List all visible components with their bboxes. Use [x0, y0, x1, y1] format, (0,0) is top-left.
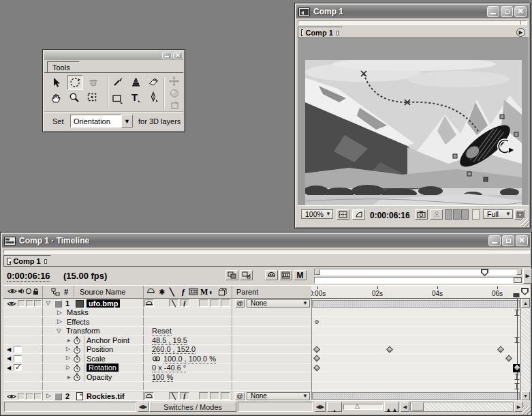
prev-keyframe-icon[interactable]: ◀: [7, 346, 11, 353]
parent-dropdown[interactable]: None ▼: [247, 392, 310, 400]
twirl-right-icon[interactable]: ▷: [66, 355, 70, 361]
pen-tool-icon[interactable]: [148, 91, 159, 103]
panel-resize-arrows-icon[interactable]: ◀▶: [138, 402, 148, 412]
shy-switch-icon[interactable]: [146, 288, 155, 295]
property-row[interactable]: ◀ ▷ Rotation 0 x -40.6 °: [3, 363, 311, 373]
twirl-mini-icon[interactable]: ▶: [67, 374, 71, 379]
scroll-up-icon[interactable]: ▲: [521, 299, 530, 308]
horizontal-scrollbar[interactable]: [410, 402, 514, 412]
shy-layers-master-button[interactable]: [265, 270, 278, 280]
pan-arrows-icon[interactable]: ◀▶: [315, 402, 326, 412]
group-label[interactable]: Effects: [67, 318, 89, 326]
prev-keyframe-icon[interactable]: ◀: [7, 365, 11, 371]
lock-cell[interactable]: [34, 393, 42, 400]
video-eye-icon[interactable]: [7, 301, 16, 307]
effects-switch-cell[interactable]: ƒ: [180, 392, 189, 400]
effects-switch-icon[interactable]: ƒ: [181, 287, 185, 297]
layer-row-rockies[interactable]: ▷ 2 Rockies.tif ╲ ƒ @ None ▼: [3, 391, 311, 400]
twirl-right-icon[interactable]: ▷: [46, 392, 51, 399]
tab-target-icon[interactable]: [44, 259, 47, 264]
timeline-tab[interactable]: Comp 1: [3, 255, 58, 267]
twirl-down-icon[interactable]: ▽: [46, 299, 50, 306]
resize-grip[interactable]: [522, 406, 531, 415]
maximize-button[interactable]: [502, 235, 514, 246]
orbit-camera-tool-icon[interactable]: [88, 77, 99, 88]
audio-cell[interactable]: [18, 393, 25, 400]
zoom-slider[interactable]: △: [343, 404, 383, 410]
effects-switch-cell[interactable]: ƒ: [180, 299, 189, 307]
parent-pickwhip-icon[interactable]: @: [235, 299, 245, 308]
motion-blur-master-button[interactable]: M: [294, 270, 307, 280]
comp-family-button[interactable]: [225, 270, 238, 280]
property-row[interactable]: ◀ ▷ Position 260.0 , 152.0: [3, 345, 311, 355]
minimize-button[interactable]: [487, 6, 499, 17]
time-navigator[interactable]: [314, 269, 522, 276]
chevron-down-icon[interactable]: ▼: [121, 115, 133, 128]
blue-channel-icon[interactable]: [461, 209, 469, 220]
3d-layer-cell[interactable]: [221, 299, 230, 307]
property-group-row[interactable]: ▷ Effects: [3, 317, 311, 327]
tools-titlebar[interactable]: ✕: [44, 51, 183, 60]
navigator-end-handle[interactable]: [516, 269, 522, 275]
frame-blend-switch-icon[interactable]: [189, 288, 198, 295]
property-label[interactable]: Opacity: [87, 373, 112, 381]
magnification-dropdown[interactable]: 100% ▼: [301, 209, 333, 219]
property-row[interactable]: ▶ Opacity 100 %: [3, 372, 311, 382]
motion-blur-cell[interactable]: [210, 299, 219, 307]
show-snapshot-icon[interactable]: [430, 209, 443, 220]
quality-switch-cell[interactable]: ╲: [169, 299, 178, 307]
property-label-selected[interactable]: Rotation: [87, 363, 119, 372]
navigator-thumb[interactable]: [481, 269, 488, 276]
snapshot-camera-icon[interactable]: [415, 209, 428, 220]
safe-zones-icon[interactable]: [337, 209, 349, 220]
frame-blending-master-button[interactable]: [279, 270, 292, 280]
comp-image[interactable]: [305, 60, 522, 205]
property-group-row[interactable]: ▷ Masks: [3, 308, 311, 318]
lock-icon[interactable]: [33, 288, 39, 295]
property-label[interactable]: Position: [87, 345, 113, 353]
clone-stamp-tool-icon[interactable]: [130, 76, 141, 87]
keyframe-graph[interactable]: [311, 299, 520, 400]
panel-menu-icon[interactable]: ▶: [516, 28, 525, 37]
red-channel-icon[interactable]: [445, 209, 452, 220]
video-eye-icon[interactable]: [7, 393, 16, 400]
property-label[interactable]: Scale: [87, 355, 106, 363]
tools-tab[interactable]: Tools: [47, 61, 87, 73]
quality-switch-cell[interactable]: ╲: [169, 392, 178, 400]
quality-switch-icon[interactable]: ╲: [170, 288, 174, 297]
3d-track-tool-icon[interactable]: [170, 100, 180, 110]
group-label[interactable]: Transform: [66, 327, 100, 335]
switches-modes-button[interactable]: Switches / Modes: [149, 402, 236, 412]
property-value[interactable]: 260.0 , 152.0: [152, 345, 195, 354]
keyframe-diamond-selected[interactable]: [513, 364, 520, 372]
twirl-right-icon[interactable]: ▷: [57, 318, 62, 325]
cti-handle[interactable]: [514, 293, 520, 297]
label-color-chip[interactable]: [54, 300, 62, 308]
green-channel-icon[interactable]: [453, 209, 460, 220]
comp-flowchart-button[interactable]: [240, 270, 253, 280]
scroll-down-icon[interactable]: ▼: [521, 391, 530, 400]
property-value[interactable]: 100 %: [152, 373, 173, 382]
solo-icon[interactable]: [25, 288, 32, 295]
label-color-chip[interactable]: [54, 393, 62, 400]
tab-target-icon[interactable]: [337, 31, 339, 35]
twirl-mini-icon[interactable]: ▶: [67, 338, 71, 342]
eraser-tool-icon[interactable]: [148, 76, 159, 87]
constrain-proportions-icon[interactable]: [152, 355, 161, 362]
work-area-bar[interactable]: [314, 277, 522, 284]
frame-blend-cell[interactable]: [199, 392, 208, 400]
minimize-button[interactable]: [162, 52, 172, 59]
comp-time-display[interactable]: 0:00:06:16: [370, 211, 410, 220]
wireframe-preview-icon[interactable]: [352, 209, 365, 220]
keyframe-checkbox[interactable]: [14, 355, 22, 362]
solo-cell[interactable]: [26, 393, 33, 400]
rectangle-tool-icon[interactable]: [112, 94, 123, 104]
shy-switch-cell[interactable]: [144, 299, 154, 307]
property-group-row[interactable]: ▽ Transform Reset: [3, 327, 311, 336]
layer-row-ufo[interactable]: ▽ 1 ufo.bmp ╲ ƒ @ None ▼: [3, 299, 311, 308]
parent-dropdown[interactable]: None ▼: [247, 299, 310, 308]
minimize-button[interactable]: [488, 235, 501, 246]
zoom-in-icon[interactable]: ▲▲: [384, 402, 399, 412]
stopwatch-icon[interactable]: [73, 336, 82, 344]
close-icon[interactable]: ✕: [516, 235, 528, 246]
